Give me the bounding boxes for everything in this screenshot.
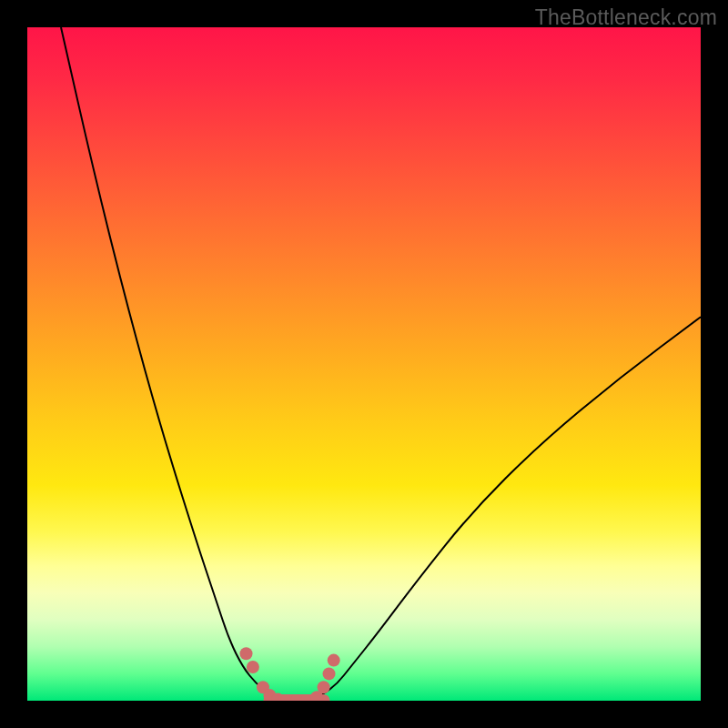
data-marker xyxy=(328,654,340,667)
data-marker xyxy=(318,681,330,693)
chart-overlay xyxy=(27,27,701,701)
data-marker xyxy=(240,647,253,660)
data-marker xyxy=(247,661,259,673)
marker-group xyxy=(240,647,340,701)
right-curve xyxy=(310,317,701,701)
data-marker xyxy=(323,667,336,680)
chart-container: TheBottleneck.com xyxy=(0,0,728,728)
curve-group xyxy=(61,27,701,701)
watermark: TheBottleneck.com xyxy=(535,5,717,30)
plot-area xyxy=(27,27,701,701)
left-curve xyxy=(61,27,283,701)
